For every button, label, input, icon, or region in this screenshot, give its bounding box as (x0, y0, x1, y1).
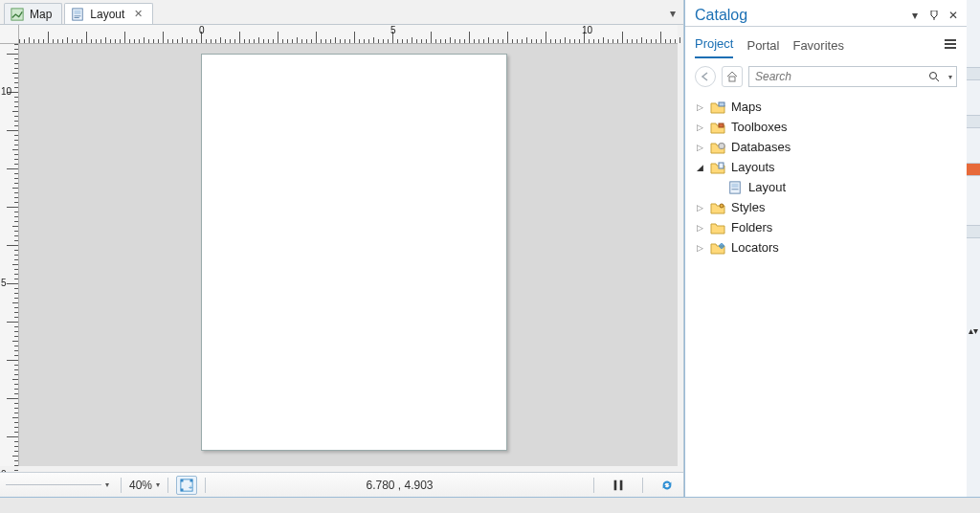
svg-rect-11 (620, 480, 623, 490)
caret-right-icon: ▷ (695, 102, 704, 112)
panel-options-button[interactable]: ▾ (907, 8, 923, 23)
svg-rect-16 (729, 77, 735, 81)
catalog-tab-project[interactable]: Project (695, 36, 733, 58)
catalog-tree: ▷ Maps ▷ Toolboxes ▷ Databases (685, 95, 967, 259)
docked-panel-stub[interactable] (967, 115, 980, 128)
svg-rect-2 (75, 10, 81, 13)
status-bar: ▾ 40% ▾ + 6.780 , 4.903 (0, 472, 683, 497)
pause-drawing-button[interactable] (608, 476, 629, 495)
catalog-panel: Catalog ▾ ✕ Project Portal Favorites (684, 0, 967, 497)
folder-icon (710, 141, 725, 154)
catalog-header: Catalog ▾ ✕ (685, 0, 967, 27)
refresh-button[interactable] (657, 476, 678, 495)
tree-item-toolboxes[interactable]: ▷ Toolboxes (691, 117, 961, 137)
tab-map[interactable]: Map (4, 3, 62, 24)
tree-item-folders[interactable]: ▷ Folders (691, 217, 961, 237)
tree-label: Layout (748, 180, 786, 194)
svg-rect-10 (614, 480, 617, 490)
tree-label: Maps (731, 100, 762, 114)
layout-page[interactable] (201, 54, 507, 451)
folder-icon (710, 161, 725, 174)
tree-item-locators[interactable]: ▷ Locators (691, 237, 961, 257)
tree-item-layouts[interactable]: ◢ Layouts (691, 157, 961, 177)
tree-label: Toolboxes (731, 120, 788, 134)
search-icon[interactable] (924, 71, 945, 82)
close-icon[interactable]: ✕ (134, 8, 143, 20)
caret-right-icon: ▷ (695, 223, 704, 233)
folder-icon (710, 241, 725, 255)
tree-label: Locators (731, 240, 779, 255)
autohide-button[interactable] (926, 8, 942, 23)
caret-right-icon: ▷ (695, 123, 704, 132)
svg-line-18 (936, 78, 939, 81)
ruler-corner (0, 25, 19, 44)
catalog-menu-button[interactable] (944, 38, 957, 58)
caret-right-icon: ▷ (695, 243, 704, 253)
catalog-title: Catalog (695, 7, 903, 24)
home-button[interactable] (722, 66, 743, 87)
folder-icon (710, 121, 725, 134)
tab-map-label: Map (30, 8, 52, 21)
svg-text:+: + (189, 483, 193, 492)
chevron-down-icon: ▾ (156, 480, 160, 489)
tree-item-databases[interactable]: ▷ Databases (691, 137, 961, 157)
ruler-vertical[interactable]: 1050 (0, 44, 19, 466)
svg-rect-8 (181, 488, 184, 491)
tree-label: Styles (731, 200, 765, 214)
caret-right-icon: ▷ (695, 143, 704, 152)
layout-extent-button[interactable]: + (176, 476, 197, 495)
back-button[interactable] (695, 66, 716, 87)
catalog-tab-portal[interactable]: Portal (746, 38, 779, 58)
folder-icon (710, 100, 725, 114)
scroll-indicator-icon: ▴▾ (969, 325, 978, 336)
search-field[interactable]: ▾ (748, 66, 957, 87)
layout-icon (71, 8, 84, 21)
ruler-horizontal[interactable]: 0510 (19, 25, 678, 44)
search-dropdown[interactable]: ▾ (945, 73, 956, 81)
caret-down-icon: ◢ (695, 163, 704, 172)
catalog-tab-bar: Project Portal Favorites (685, 27, 967, 58)
tab-layout-label: Layout (90, 8, 124, 21)
layout-canvas[interactable] (19, 44, 678, 466)
catalog-search-row: ▾ (685, 58, 967, 95)
docked-panel-stub[interactable] (967, 67, 980, 80)
tree-item-maps[interactable]: ▷ Maps (691, 97, 961, 117)
search-input[interactable] (749, 70, 924, 83)
catalog-tab-favorites[interactable]: Favorites (792, 38, 843, 58)
tree-label: Layouts (731, 160, 775, 174)
zoom-control[interactable]: 40% ▾ (129, 479, 160, 492)
docked-panel-stub[interactable] (967, 225, 980, 238)
tree-item-styles[interactable]: ▷ Styles (691, 197, 961, 217)
svg-point-26 (720, 204, 724, 208)
layout-view-pane: Map Layout ✕ ▾ 0510 1050 (0, 0, 684, 497)
layout-canvas-wrap: 0510 1050 (0, 25, 683, 472)
layout-icon (727, 181, 743, 194)
tree-label: Databases (731, 140, 791, 154)
svg-rect-22 (719, 163, 724, 168)
svg-rect-20 (719, 123, 724, 127)
caret-right-icon: ▷ (695, 203, 704, 212)
map-icon (11, 8, 24, 21)
tab-layout[interactable]: Layout ✕ (64, 3, 153, 24)
tab-overflow-button[interactable]: ▾ (662, 3, 683, 24)
docked-panel-stub[interactable] (967, 163, 980, 176)
svg-rect-6 (181, 479, 184, 481)
tree-label: Folders (731, 220, 772, 234)
zoom-value: 40% (129, 479, 152, 492)
svg-rect-24 (732, 183, 739, 187)
app-window: Map Layout ✕ ▾ 0510 1050 (0, 0, 980, 498)
close-panel-button[interactable]: ✕ (946, 8, 961, 23)
folder-icon (710, 221, 725, 234)
cursor-coordinates: 6.780 , 4.903 (213, 479, 586, 492)
svg-rect-7 (190, 479, 193, 481)
view-tab-bar: Map Layout ✕ ▾ (0, 0, 683, 25)
docked-panel-gutter: ▴▾ (967, 0, 980, 497)
tree-item-layout-child[interactable]: Layout (724, 177, 961, 197)
svg-point-17 (930, 73, 937, 79)
folder-icon (710, 201, 725, 214)
svg-rect-19 (719, 102, 724, 106)
